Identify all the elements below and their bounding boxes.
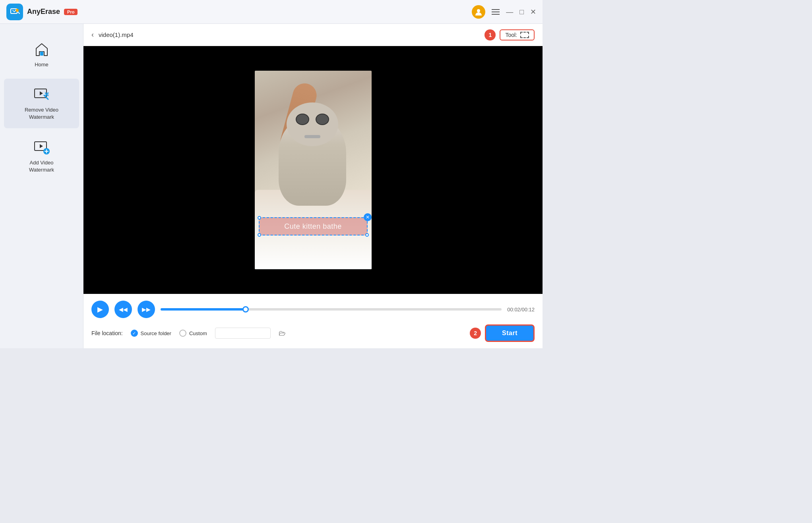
- add-watermark-icon: [33, 139, 50, 156]
- content-area: ‹ video(1).mp4 1 Tool:: [83, 24, 543, 348]
- browse-folder-icon[interactable]: 🗁: [279, 329, 286, 338]
- watermark-selection-box[interactable]: ✕ Cute kitten bathe: [259, 217, 368, 235]
- svg-marker-6: [40, 91, 43, 95]
- location-options: ✓ Source folder Custom 🗁: [131, 328, 470, 339]
- source-folder-option[interactable]: ✓ Source folder: [131, 330, 171, 337]
- video-header-right: 1 Tool:: [484, 29, 535, 41]
- main-layout: Home Remove VideoWatermark Add VideoWate…: [0, 24, 543, 348]
- custom-path-input[interactable]: [215, 328, 271, 339]
- watermark-close-handle[interactable]: ✕: [364, 213, 372, 221]
- rewind-icon: ◀◀: [119, 306, 128, 313]
- sidebar: Home Remove VideoWatermark Add VideoWate…: [0, 24, 83, 348]
- progress-fill: [161, 308, 246, 311]
- video-canvas[interactable]: ✕ Cute kitten bathe: [83, 46, 543, 294]
- watermark-text: Cute kitten bathe: [284, 222, 342, 231]
- checkmark-icon: ✓: [132, 331, 136, 336]
- step1-badge: 1: [484, 29, 496, 41]
- playback-row: ▶ ◀◀ ▶▶ 00:02/00:12: [91, 301, 535, 318]
- remove-watermark-label: Remove VideoWatermark: [25, 106, 58, 121]
- svg-point-3: [477, 9, 480, 12]
- fast-forward-button[interactable]: ▶▶: [138, 301, 155, 318]
- progress-thumb[interactable]: [242, 306, 249, 313]
- close-button[interactable]: ✕: [530, 8, 536, 15]
- source-folder-label: Source folder: [141, 330, 171, 336]
- start-section: 2 Start: [470, 324, 535, 342]
- custom-option[interactable]: Custom: [179, 330, 207, 337]
- custom-radio[interactable]: [179, 330, 186, 337]
- maximize-button[interactable]: □: [519, 8, 524, 15]
- rewind-button[interactable]: ◀◀: [114, 301, 132, 318]
- remove-watermark-icon: [33, 86, 50, 103]
- step2-badge: 2: [470, 328, 481, 339]
- video-filename: video(1).mp4: [99, 31, 134, 38]
- title-bar-right: — □ ✕: [472, 5, 536, 19]
- pro-badge: Pro: [64, 9, 78, 15]
- sidebar-item-remove-video-watermark[interactable]: Remove VideoWatermark: [4, 79, 79, 128]
- app-logo: [6, 4, 23, 20]
- progress-track[interactable]: [161, 308, 502, 311]
- user-avatar-icon[interactable]: [472, 5, 485, 19]
- play-icon: ▶: [97, 305, 103, 314]
- home-label: Home: [35, 61, 48, 68]
- tool-label: Tool:: [505, 32, 517, 38]
- add-watermark-label: Add VideoWatermark: [29, 159, 54, 174]
- rectangle-select-icon: [520, 32, 529, 38]
- video-header-left: ‹ video(1).mp4: [91, 31, 134, 39]
- custom-label: Custom: [189, 330, 207, 336]
- title-bar: AnyErase Pro — □ ✕: [0, 0, 543, 24]
- video-header: ‹ video(1).mp4 1 Tool:: [83, 24, 543, 46]
- menu-icon[interactable]: [492, 9, 500, 15]
- play-button[interactable]: ▶: [91, 301, 109, 318]
- source-folder-radio[interactable]: ✓: [131, 330, 138, 337]
- back-button[interactable]: ‹: [91, 31, 94, 39]
- sidebar-item-home[interactable]: Home: [4, 33, 79, 75]
- tool-selector[interactable]: Tool:: [500, 29, 535, 41]
- handle-br[interactable]: [365, 233, 369, 237]
- svg-point-2: [16, 9, 19, 12]
- handle-tl[interactable]: [258, 216, 261, 220]
- time-display: 00:02/00:12: [507, 307, 535, 313]
- app-name: AnyErase: [27, 8, 60, 16]
- svg-rect-4: [40, 52, 43, 56]
- home-icon: [33, 41, 50, 58]
- handle-bl[interactable]: [258, 233, 261, 237]
- sidebar-item-add-video-watermark[interactable]: Add VideoWatermark: [4, 131, 79, 181]
- minimize-button[interactable]: —: [506, 8, 513, 15]
- title-bar-left: AnyErase Pro: [6, 4, 78, 20]
- fast-forward-icon: ▶▶: [142, 306, 151, 313]
- controls-bar: ▶ ◀◀ ▶▶ 00:02/00:12 File location:: [83, 294, 543, 348]
- file-location-row: File location: ✓ Source folder Custom: [91, 324, 535, 342]
- svg-marker-9: [40, 144, 43, 148]
- start-button[interactable]: Start: [485, 324, 535, 342]
- file-location-label: File location:: [91, 330, 123, 336]
